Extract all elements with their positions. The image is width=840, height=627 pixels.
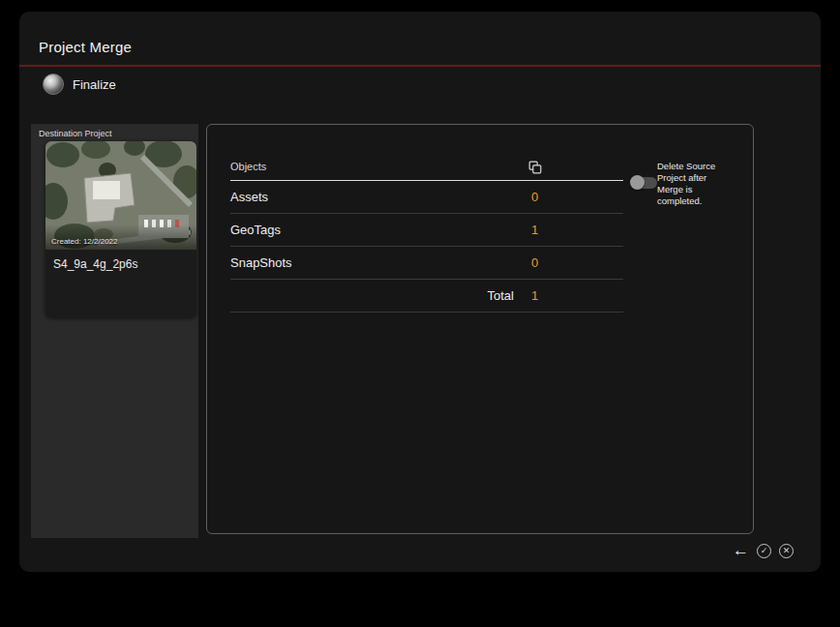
back-arrow-icon[interactable]: ←: [733, 542, 749, 559]
destination-project-card: Created: 12/2/2022 S4_9a_4g_2p6s: [45, 141, 196, 317]
row-value: 0: [531, 255, 538, 270]
destination-panel-heading: Destination Project: [39, 129, 112, 138]
destination-project-name: S4_9a_4g_2p6s: [45, 250, 196, 271]
delete-source-toggle[interactable]: [632, 177, 657, 189]
total-label: Total: [230, 288, 514, 303]
delete-source-label: Delete Source Project after Merge is com…: [657, 161, 725, 207]
row-label: SnapShots: [230, 255, 292, 270]
table-row-geotags: GeoTags 1: [230, 214, 623, 247]
table-row-assets: Assets 0: [230, 181, 623, 214]
row-label: GeoTags: [230, 223, 281, 237]
destination-project-panel: Destination Project: [31, 124, 198, 538]
objects-column-header: Objects: [230, 161, 266, 172]
step-indicator-icon: [43, 74, 64, 95]
row-value: 0: [531, 190, 538, 204]
footer-actions: ← ✓ ✕: [733, 542, 794, 559]
table-row-snapshots: SnapShots 0: [230, 247, 623, 280]
table-row-total: Total 1: [230, 280, 623, 313]
project-merge-dialog: Project Merge Finalize Destination Proje…: [19, 12, 821, 572]
objects-table-header: Objects: [230, 154, 623, 181]
title-divider: [19, 65, 821, 67]
toggle-thumb: [630, 175, 645, 190]
wizard-step-finalize: Finalize: [43, 74, 116, 95]
created-date-label: Created: 12/2/2022: [51, 237, 118, 246]
total-value: 1: [531, 288, 538, 303]
confirm-check-icon[interactable]: ✓: [757, 544, 771, 558]
row-value: 1: [531, 223, 538, 237]
row-label: Assets: [230, 190, 268, 204]
project-thumbnail: Created: 12/2/2022: [45, 141, 196, 250]
duplicate-count-icon[interactable]: [528, 161, 542, 174]
step-label: Finalize: [73, 77, 116, 92]
page-title: Project Merge: [39, 39, 132, 55]
objects-table: Objects Assets 0 GeoTags 1 SnapShots 0 T…: [230, 154, 623, 313]
cancel-x-icon[interactable]: ✕: [779, 544, 794, 558]
